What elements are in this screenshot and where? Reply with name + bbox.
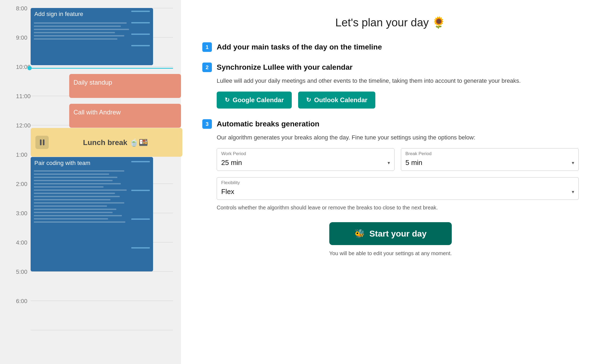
time-label-2: 2:00 — [16, 181, 27, 188]
step-1: 1 Add your main tasks of the day on the … — [202, 42, 579, 52]
step-2-description: Lullee will add your daily meetings and … — [217, 76, 579, 85]
flexibility-group: Flexibility Flex Flex ▾ — [217, 177, 579, 200]
right-panel: Let's plan your day 🌻 1 Add your main ta… — [181, 0, 600, 364]
google-calendar-button[interactable]: ↻ Google Calendar — [217, 92, 292, 109]
step-2-number: 2 — [202, 63, 212, 72]
step-2: 2 Synchronize Lullee with your calendar … — [202, 63, 579, 109]
pause-button[interactable] — [35, 136, 49, 149]
work-period-group: Work Period 25 min 25 min ▾ — [217, 148, 394, 171]
flexibility-value: Flex — [221, 188, 234, 196]
time-label-11: 11:00 — [16, 93, 31, 100]
event-call-andrew-label: Call with Andrew — [69, 104, 181, 121]
break-period-value-row: 5 min 5 min ▾ — [405, 159, 574, 167]
google-sync-icon: ↻ — [225, 97, 229, 104]
time-label-5: 5:00 — [16, 268, 27, 275]
outlook-calendar-label: Outlook Calendar — [314, 96, 367, 104]
time-label-3: 3:00 — [16, 210, 27, 217]
task-pair-coding[interactable]: Pair coding with team — [31, 157, 153, 271]
time-label-6: 6:00 — [16, 298, 27, 305]
time-label-8: 8:00 — [16, 5, 27, 12]
step-1-header: 1 Add your main tasks of the day on the … — [202, 42, 579, 52]
pause-icon — [40, 139, 44, 145]
time-label-1: 1:00 — [16, 151, 27, 158]
task-add-sign-in[interactable]: Add sign in feature — [31, 8, 153, 65]
flexibility-label: Flexibility — [221, 180, 574, 185]
step-3: 3 Automatic breaks generation Our algori… — [202, 119, 579, 212]
period-settings-row: Work Period 25 min 25 min ▾ Break Period… — [217, 148, 579, 171]
step-1-title: Add your main tasks of the day on the ti… — [217, 43, 382, 51]
flexibility-hint: Controls whether the algorithm should le… — [217, 204, 579, 212]
step-2-title: Synchronize Lullee with your calendar — [217, 63, 352, 72]
step-3-description: Our algorithm generates your breaks alon… — [217, 133, 579, 142]
outlook-sync-icon: ↻ — [306, 97, 311, 104]
bee-icon: 🐝 — [354, 229, 365, 239]
break-period-label: Break Period — [405, 151, 574, 156]
google-calendar-label: Google Calendar — [233, 96, 284, 104]
start-day-label: Start your day — [369, 229, 426, 239]
hour-6: 6:00 — [31, 301, 173, 330]
event-daily-standup[interactable]: Daily standup — [69, 74, 181, 98]
event-daily-standup-label: Daily standup — [69, 74, 181, 91]
event-lunch-break-label: Lunch break 🍵🍱 — [49, 138, 182, 147]
hour-5: 5:00 — [31, 271, 173, 301]
step-3-number: 3 — [202, 119, 212, 129]
start-hint: You will be able to edit your settings a… — [202, 250, 579, 257]
event-call-andrew[interactable]: Call with Andrew — [69, 104, 181, 128]
start-button-container: 🐝 Start your day You will be able to edi… — [202, 222, 579, 257]
outlook-calendar-button[interactable]: ↻ Outlook Calendar — [298, 92, 375, 109]
work-period-value-row: 25 min 25 min ▾ — [221, 159, 390, 167]
page-title: Let's plan your day 🌻 — [202, 16, 579, 29]
step-2-header: 2 Synchronize Lullee with your calendar — [202, 63, 579, 72]
step-3-title: Automatic breaks generation — [217, 120, 319, 128]
left-panel: 8:00 9:00 10:00 11:00 12:00 1:00 2:00 3:… — [0, 0, 181, 364]
timeline: 8:00 9:00 10:00 11:00 12:00 1:00 2:00 3:… — [31, 8, 173, 351]
flexibility-value-row: Flex Flex ▾ — [221, 188, 574, 196]
time-label-9: 9:00 — [16, 34, 27, 41]
time-label-4: 4:00 — [16, 239, 27, 246]
current-time-line — [31, 68, 173, 69]
time-label-12: 12:00 — [16, 122, 31, 129]
work-period-label: Work Period — [221, 151, 390, 156]
event-lunch-break[interactable]: Lunch break 🍵🍱 — [31, 128, 182, 157]
step-3-header: 3 Automatic breaks generation — [202, 119, 579, 129]
start-day-button[interactable]: 🐝 Start your day — [329, 222, 452, 245]
break-period-value: 5 min — [405, 159, 422, 167]
break-period-group: Break Period 5 min 5 min ▾ — [401, 148, 579, 171]
step-1-number: 1 — [202, 42, 212, 52]
work-period-value: 25 min — [221, 159, 242, 167]
calendar-buttons: ↻ Google Calendar ↻ Outlook Calendar — [217, 92, 579, 109]
